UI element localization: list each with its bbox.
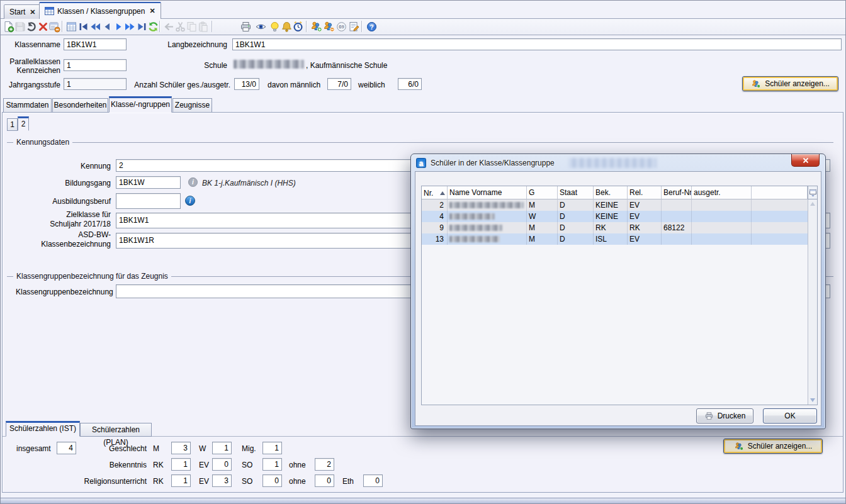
help-icon[interactable]: ? — [366, 21, 378, 33]
table-row[interactable]: 2 M D KEINE EV — [422, 199, 808, 211]
klassenname-input[interactable]: 1BK1W1 — [64, 38, 127, 50]
column-header-staat[interactable]: Staat — [558, 186, 594, 199]
langbezeichnung-input[interactable]: 1BK1W1 — [232, 38, 842, 50]
ausbildungsberuf-input[interactable] — [116, 193, 181, 209]
dialog-close-button[interactable] — [791, 154, 820, 167]
tab-schuelerzahlen-ist[interactable]: Schülerzahlen (IST) — [6, 421, 80, 437]
svg-text:?: ? — [369, 24, 373, 31]
new-record-icon[interactable] — [3, 21, 14, 33]
undo-icon[interactable] — [25, 21, 37, 33]
add-student-icon[interactable] — [310, 21, 322, 33]
column-header-nr[interactable]: Nr. — [422, 186, 448, 199]
students-table: Nr. Name Vorname G Staat Bek. Rel. Beruf… — [421, 186, 818, 405]
column-header-rel[interactable]: Rel. — [628, 186, 662, 199]
dialog-title: Schüler in der Klasse/Klassengruppe — [431, 159, 555, 167]
close-icon[interactable]: ✕ — [30, 8, 35, 16]
fast-forward-icon[interactable] — [124, 21, 136, 33]
religionsunterricht-label: Religionsunterricht — [38, 477, 147, 486]
tab-start-label: Start — [9, 8, 25, 16]
last-record-icon[interactable] — [136, 21, 148, 33]
jahrgangsstufe-label: Jahrgangsstufe — [6, 81, 60, 89]
parallelklassen-label-line1: Parallelklassen — [6, 57, 60, 66]
zeugnis-group-legend: Klassengruppenbezeichnung für das Zeugni… — [13, 272, 171, 281]
redacted-student-name — [448, 222, 527, 233]
toolbar-separator — [159, 21, 160, 32]
scroll-down-icon[interactable] — [810, 398, 815, 402]
vertical-scrollbar[interactable] — [808, 199, 817, 405]
tab-schuelerzahlen-plan[interactable]: Schülerzahlen (PLAN) — [80, 423, 152, 437]
parallelklassen-label-line2: Kennzeichen — [6, 66, 60, 75]
schueler-anzeigen-button-bottom[interactable]: Schüler anzeigen... — [723, 439, 823, 454]
schueler-anzeigen-button-top[interactable]: Schüler anzeigen... — [742, 76, 838, 91]
subtab-1[interactable]: 1 — [7, 118, 18, 131]
geschlecht-w-value: 1 — [212, 442, 232, 454]
bek-ev-label: EV — [199, 461, 209, 469]
sort-ascending-icon — [440, 191, 445, 195]
remove-student-icon[interactable] — [323, 21, 335, 33]
rel-so-value: 0 — [262, 474, 282, 487]
table-row[interactable]: 9 M D RK RK 68122 — [422, 222, 808, 233]
preview-eye-icon[interactable] — [255, 21, 267, 33]
alarm-clock-icon[interactable] — [292, 21, 304, 33]
rel-ev-value: 3 — [212, 474, 232, 487]
column-header-beruf-nr[interactable]: Beruf-Nr. — [662, 186, 692, 199]
tab-klassen-label: Klassen / Klassengruppen — [57, 7, 145, 16]
drucken-button[interactable]: Drucken — [696, 408, 753, 423]
column-header-g[interactable]: G — [527, 186, 558, 199]
cut-icon — [174, 21, 186, 33]
drucken-label: Drucken — [718, 412, 746, 420]
bildungsgang-input[interactable]: 1BK1W — [116, 176, 181, 189]
toolbar-separator — [361, 21, 362, 32]
ok-button[interactable]: OK — [763, 408, 817, 423]
klassengruppenbezeichnung-label: Klassengruppenbezeichnung — [16, 288, 113, 296]
students-icon — [734, 442, 744, 451]
geschlecht-m-value: 3 — [171, 442, 191, 454]
klassenname-label: Klassenname — [6, 40, 60, 49]
datagrid-icon — [45, 7, 54, 15]
w-label: W — [199, 444, 206, 453]
hint-bulb-icon[interactable] — [269, 21, 281, 33]
print-icon[interactable] — [240, 21, 252, 33]
schueler-anzeigen-label: Schüler anzeigen... — [765, 79, 830, 88]
datagrid-icon[interactable] — [65, 21, 77, 33]
first-record-icon[interactable] — [77, 21, 89, 33]
table-row[interactable]: 4 W D KEINE EV — [422, 211, 808, 222]
schule-label: Schule — [152, 61, 227, 70]
delete-icon[interactable] — [37, 21, 49, 33]
info-icon-blue[interactable]: i — [185, 196, 195, 206]
ok-label: OK — [784, 412, 795, 420]
scroll-up-icon[interactable] — [810, 202, 815, 206]
previous-record-icon[interactable] — [101, 21, 113, 33]
tab-stammdaten[interactable]: Stammdaten — [3, 98, 52, 113]
bek-so-value: 1 — [262, 458, 282, 471]
asd-bw-label-line2: Klassenbezeichnung — [13, 240, 111, 249]
next-record-icon[interactable] — [113, 21, 125, 33]
column-header-name[interactable]: Name Vorname — [448, 186, 527, 199]
statistics-badge-icon[interactable]: 69 — [336, 21, 347, 33]
rel-rk-label: RK — [153, 477, 164, 486]
tab-start[interactable]: Start ✕ — [4, 4, 42, 19]
close-icon[interactable]: ✕ — [149, 7, 155, 15]
form-remove-icon[interactable] — [48, 21, 60, 33]
fast-back-icon[interactable] — [89, 21, 101, 33]
tab-klassen-klassengruppen[interactable]: Klassen / Klassengruppen ✕ — [39, 2, 161, 19]
column-header-ausgetr[interactable]: ausgetr. — [692, 186, 752, 199]
table-row[interactable]: 13 M D ISL EV — [422, 233, 808, 245]
edit-note-icon[interactable] — [348, 21, 360, 33]
bek-ohne-value: 2 — [315, 458, 334, 471]
tab-klasse-ngruppen[interactable]: Klasse/-ngruppen — [109, 96, 172, 113]
rel-eth-label: Eth — [342, 477, 354, 486]
parallelklassen-input[interactable]: 1 — [64, 59, 127, 71]
app-logo-icon: a — [416, 158, 426, 168]
column-picker-button[interactable] — [808, 186, 817, 199]
toolbar-separator — [62, 21, 62, 32]
bell-icon[interactable] — [281, 21, 293, 33]
subtab-2[interactable]: 2 — [18, 116, 29, 131]
redacted-student-name — [448, 199, 527, 211]
dialog-titlebar[interactable]: a Schüler in der Klasse/Klassengruppe — [411, 154, 825, 171]
dialog-client-area: Nr. Name Vorname G Staat Bek. Rel. Beruf… — [415, 171, 821, 426]
column-header-bek[interactable]: Bek. — [594, 186, 628, 199]
refresh-icon[interactable] — [147, 21, 159, 33]
tab-zeugnisse[interactable]: Zeugnisse — [172, 98, 212, 113]
tab-besonderheiten[interactable]: Besonderheiten — [52, 98, 108, 113]
